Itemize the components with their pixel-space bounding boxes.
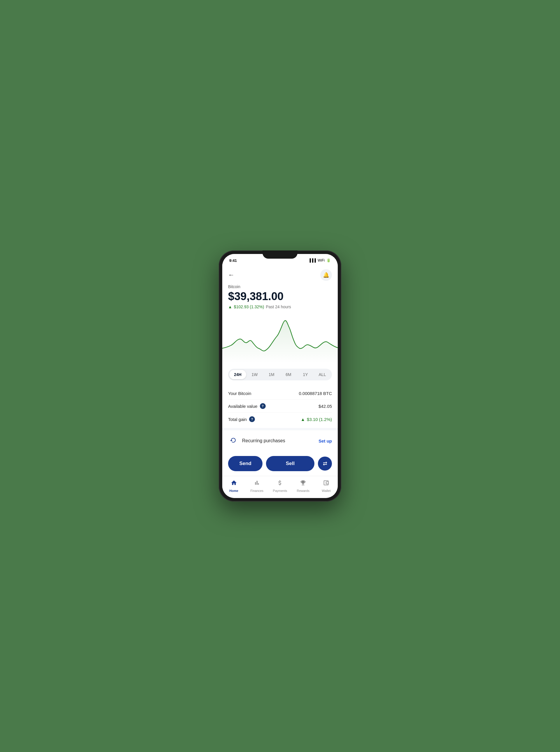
swap-button[interactable]: ⇄ bbox=[318, 457, 332, 470]
nav-item-home[interactable]: Home bbox=[222, 479, 245, 494]
sell-button[interactable]: Sell bbox=[266, 456, 315, 471]
swap-icon: ⇄ bbox=[323, 460, 327, 467]
nav-item-rewards[interactable]: Rewards bbox=[292, 479, 315, 494]
status-time: 9:41 bbox=[229, 258, 237, 263]
time-btn-24h[interactable]: 24H bbox=[229, 370, 246, 379]
back-button[interactable]: ← bbox=[228, 271, 235, 279]
notch bbox=[262, 250, 298, 259]
total-gain-value: ▲ $3.10 (1.2%) bbox=[301, 417, 332, 422]
price-change-amount: $102.93 (1.32%) bbox=[234, 305, 264, 309]
price-period: Past 24 hours bbox=[266, 305, 291, 309]
wallet-icon bbox=[323, 480, 329, 488]
your-bitcoin-value: 0.00088718 BTC bbox=[299, 391, 332, 396]
stats-section: Your Bitcoin 0.00088718 BTC Available va… bbox=[222, 385, 338, 428]
nav-label-rewards: Rewards bbox=[297, 489, 309, 493]
section-divider bbox=[222, 428, 338, 430]
payments-icon bbox=[277, 480, 283, 488]
home-icon bbox=[231, 480, 237, 488]
available-value-value: $42.05 bbox=[319, 404, 332, 409]
finances-icon bbox=[254, 480, 260, 488]
nav-label-home: Home bbox=[229, 489, 238, 493]
nav-label-wallet: Wallet bbox=[322, 489, 331, 493]
nav-item-payments[interactable]: Payments bbox=[268, 479, 292, 494]
header: ← 🔔 bbox=[222, 267, 338, 284]
main-content: Bitcoin $39,381.00 ▲ $102.93 (1.32%) Pas… bbox=[222, 284, 338, 498]
status-icons: ▐▐▐ WiFi 🔋 bbox=[308, 258, 331, 263]
time-btn-all[interactable]: ALL bbox=[314, 370, 331, 379]
coin-name: Bitcoin bbox=[228, 284, 332, 289]
available-value-info-icon[interactable]: ? bbox=[260, 403, 266, 409]
stat-row-gain: Total gain ? ▲ $3.10 (1.2%) bbox=[228, 413, 332, 426]
chart-area bbox=[222, 321, 338, 363]
total-gain-label: Total gain ? bbox=[228, 416, 255, 422]
stat-row-available: Available value ? $42.05 bbox=[228, 400, 332, 413]
price-chart bbox=[222, 314, 338, 364]
available-value-label: Available value ? bbox=[228, 403, 266, 409]
nav-label-payments: Payments bbox=[273, 489, 287, 493]
time-btn-1w[interactable]: 1W bbox=[246, 370, 263, 379]
wifi-icon: WiFi bbox=[318, 258, 325, 263]
time-btn-1m[interactable]: 1M bbox=[263, 370, 280, 379]
total-gain-info-icon[interactable]: ? bbox=[249, 416, 255, 422]
price-change: ▲ $102.93 (1.32%) Past 24 hours bbox=[228, 305, 332, 309]
signal-icon: ▐▐▐ bbox=[308, 258, 316, 263]
time-btn-1y[interactable]: 1Y bbox=[297, 370, 314, 379]
action-section: Send Sell ⇄ bbox=[222, 451, 338, 476]
notification-button[interactable]: 🔔 bbox=[320, 269, 332, 281]
nav-item-finances[interactable]: Finances bbox=[245, 479, 268, 494]
battery-icon: 🔋 bbox=[326, 258, 331, 263]
bitcoin-price: $39,381.00 bbox=[228, 290, 332, 303]
nav-item-wallet[interactable]: Wallet bbox=[315, 479, 338, 494]
stat-row-bitcoin: Your Bitcoin 0.00088718 BTC bbox=[228, 387, 332, 400]
setup-button[interactable]: Set up bbox=[319, 439, 332, 443]
time-selector: 24H 1W 1M 6M 1Y ALL bbox=[228, 369, 332, 380]
bell-icon: 🔔 bbox=[323, 272, 329, 278]
recurring-section: Recurring purchases Set up bbox=[222, 430, 338, 451]
your-bitcoin-label: Your Bitcoin bbox=[228, 391, 252, 396]
time-btn-6m[interactable]: 6M bbox=[280, 370, 297, 379]
nav-label-finances: Finances bbox=[250, 489, 263, 493]
recurring-label: Recurring purchases bbox=[242, 438, 319, 443]
chart-svg bbox=[222, 316, 338, 363]
phone-frame: 9:41 ▐▐▐ WiFi 🔋 ← 🔔 Bitcoin $39,381.00 ▲ bbox=[219, 250, 341, 502]
rewards-icon bbox=[300, 480, 306, 488]
send-button[interactable]: Send bbox=[228, 456, 262, 471]
bottom-nav: Home Finances Paym bbox=[222, 476, 338, 498]
phone-screen: 9:41 ▐▐▐ WiFi 🔋 ← 🔔 Bitcoin $39,381.00 ▲ bbox=[222, 254, 338, 498]
price-section: Bitcoin $39,381.00 ▲ $102.93 (1.32%) Pas… bbox=[222, 284, 338, 314]
recurring-icon bbox=[228, 436, 239, 446]
price-change-arrow: ▲ bbox=[228, 305, 232, 309]
